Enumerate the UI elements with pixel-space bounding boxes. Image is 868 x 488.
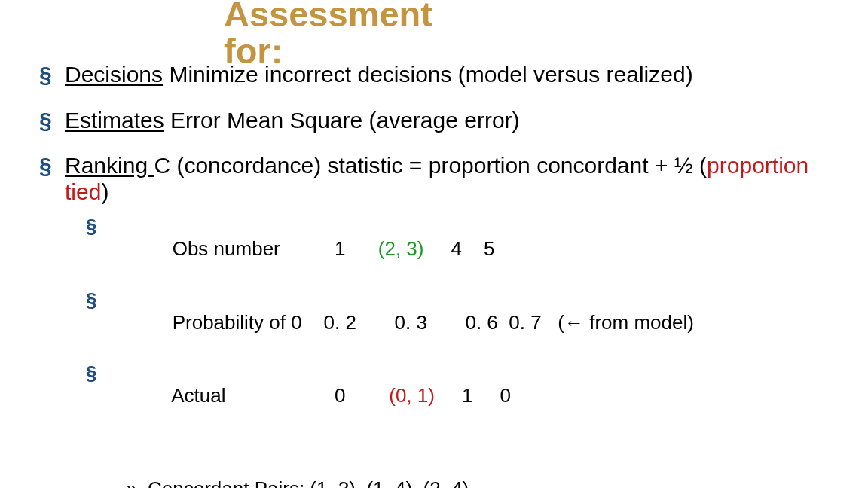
term-ranking: Ranking [65,153,154,178]
text-estimates: Error Mean Square (average error) [164,108,520,133]
slide: Assessment for: Decisions Minimize incor… [0,0,868,488]
title-line-1: Assessment [224,0,432,34]
text-ranking-b: ) [101,179,108,204]
arrow-left-icon: ← [564,311,584,334]
bullet-list: Decisions Minimize incorrect decisions (… [39,62,845,488]
detail-list: Concordant Pairs: (1, 3) (1, 4) (2, 4) D… [127,433,845,488]
obs-label: Obs number 1 [173,237,378,260]
detail-concordant: Concordant Pairs: (1, 3) (1, 4) (2, 4) [127,478,845,488]
actual-red: (0, 1) [389,384,435,407]
sub-list: Obs number 1 (2, 3) 4 5 Probability of 0… [86,215,845,488]
prob-post: from model) [584,311,694,334]
sub-probability: Probability of 0 0. 2 0. 3 0. 6 0. 7 (← … [86,289,845,357]
slide-title: Assessment for: [224,0,432,70]
term-estimates: Estimates [65,108,164,133]
bullet-ranking: Ranking C (concordance) statistic = prop… [39,153,845,488]
bullet-estimates: Estimates Error Mean Square (average err… [39,108,845,134]
actual-pre: Actual 0 [171,384,389,407]
bullet-decisions: Decisions Minimize incorrect decisions (… [39,62,845,88]
sub-obs-number: Obs number 1 (2, 3) 4 5 [86,215,845,283]
text-ranking-a: C (concordance) statistic = proportion c… [154,153,707,178]
content-area: Decisions Minimize incorrect decisions (… [39,0,845,488]
sub-actual: Actual 0 (0, 1) 1 0 Concordant Pairs: (1… [86,362,845,488]
obs-post: 4 5 [423,237,494,260]
term-decisions: Decisions [65,62,163,87]
prob-pre: Probability of 0 0. 2 0. 3 0. 6 0. 7 ( [173,311,564,334]
text-decisions: Minimize incorrect decisions (model vers… [163,62,693,87]
obs-green: (2, 3) [378,237,424,260]
actual-post: 1 0 [435,384,511,407]
